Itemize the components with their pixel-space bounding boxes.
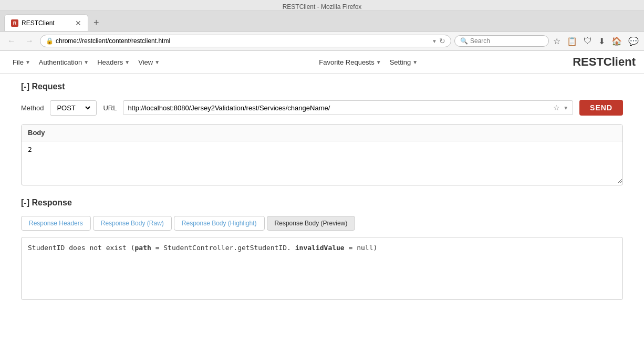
tab-response-body-raw[interactable]: Response Body (Raw) — [93, 216, 172, 231]
search-input[interactable] — [470, 37, 549, 45]
response-invalid-val: null — [357, 244, 373, 252]
tab-label: RESTClient — [22, 19, 55, 27]
body-section: Body 2 — [21, 124, 623, 185]
search-glass-icon: 🔍 — [460, 37, 468, 45]
response-tabs: Response Headers Response Body (Raw) Res… — [21, 216, 623, 231]
app-title: RESTClient — [573, 55, 636, 69]
method-label: Method — [21, 104, 44, 112]
file-menu-arrow: ▼ — [25, 59, 30, 65]
setting-menu-arrow: ▼ — [412, 59, 418, 65]
response-prefix: StudentID does not exist ( — [28, 244, 135, 252]
headers-menu-arrow: ▼ — [124, 59, 130, 65]
address-dropdown-icon[interactable]: ▼ — [432, 38, 437, 44]
response-text: StudentID does not exist (path = Student… — [28, 244, 616, 252]
menu-headers[interactable]: Headers ▼ — [93, 56, 134, 68]
tab-response-body-preview[interactable]: Response Body (Preview) — [267, 216, 356, 231]
back-button[interactable]: ← — [4, 35, 19, 47]
address-input[interactable] — [56, 37, 430, 45]
address-bar: 🔒 ▼ ↻ — [40, 35, 451, 47]
response-body: StudentID does not exist (path = Student… — [21, 237, 623, 300]
tab-response-body-highlight[interactable]: Response Body (Highlight) — [174, 216, 265, 231]
download-button[interactable]: ⬇ — [597, 35, 606, 47]
new-tab-button[interactable]: + — [89, 15, 103, 30]
response-path-key: path — [135, 244, 151, 252]
shield-button[interactable]: 🛡 — [583, 35, 593, 47]
tab-response-headers[interactable]: Response Headers — [21, 216, 91, 231]
menu-view[interactable]: View ▼ — [134, 56, 164, 68]
home-button[interactable]: 🏠 — [610, 35, 623, 47]
menu-file[interactable]: File ▼ — [8, 56, 35, 68]
browser-tab[interactable]: R RESTClient ✕ — [4, 14, 88, 31]
menu-favorite-requests[interactable]: Favorite Requests ▼ — [315, 56, 385, 68]
user-button[interactable]: 💬 — [627, 35, 640, 47]
url-bookmark-icon[interactable]: ☆ — [553, 103, 560, 112]
method-select[interactable]: POST GET PUT DELETE — [50, 100, 97, 116]
view-menu-arrow: ▼ — [154, 59, 160, 65]
url-input[interactable] — [128, 104, 550, 112]
bookmark-star-button[interactable]: ☆ — [552, 35, 562, 47]
url-input-container: ☆ ▼ — [123, 100, 573, 115]
refresh-icon[interactable]: ↻ — [439, 37, 445, 45]
body-textarea[interactable]: 2 — [22, 141, 622, 183]
url-history-icon[interactable]: ▼ — [563, 105, 568, 111]
secure-icon: 🔒 — [46, 37, 54, 45]
response-invalid-key: invalidValue — [291, 244, 345, 252]
response-section-header[interactable]: [-] Response — [21, 198, 623, 208]
forward-button[interactable]: → — [22, 35, 37, 47]
tab-favicon: R — [11, 19, 18, 27]
menu-setting[interactable]: Setting ▼ — [386, 56, 422, 68]
request-row: Method POST GET PUT DELETE URL ☆ ▼ SEND — [21, 100, 623, 116]
bookmarks-button[interactable]: 📋 — [566, 35, 578, 47]
browser-title: RESTClient - Mozilla Firefox — [4, 3, 640, 11]
body-label: Body — [22, 125, 622, 141]
favorite-requests-arrow: ▼ — [376, 59, 381, 65]
url-label: URL — [103, 104, 117, 112]
search-bar-container: 🔍 — [454, 35, 549, 47]
request-section-header[interactable]: [-] Request — [21, 82, 623, 91]
method-dropdown[interactable]: POST GET PUT DELETE — [55, 103, 92, 112]
auth-menu-arrow: ▼ — [84, 59, 89, 65]
menu-authentication[interactable]: Authentication ▼ — [35, 56, 93, 68]
send-button[interactable]: SEND — [579, 100, 623, 116]
response-suffix: ) — [373, 244, 377, 252]
tab-close-button[interactable]: ✕ — [75, 19, 81, 27]
app-menubar: File ▼ Authentication ▼ Headers ▼ View ▼… — [0, 51, 644, 74]
response-path-eq: = — [151, 244, 163, 252]
response-invalid-eq: = — [345, 244, 357, 252]
response-path-val: StudentController.getStudentID. — [163, 244, 291, 252]
